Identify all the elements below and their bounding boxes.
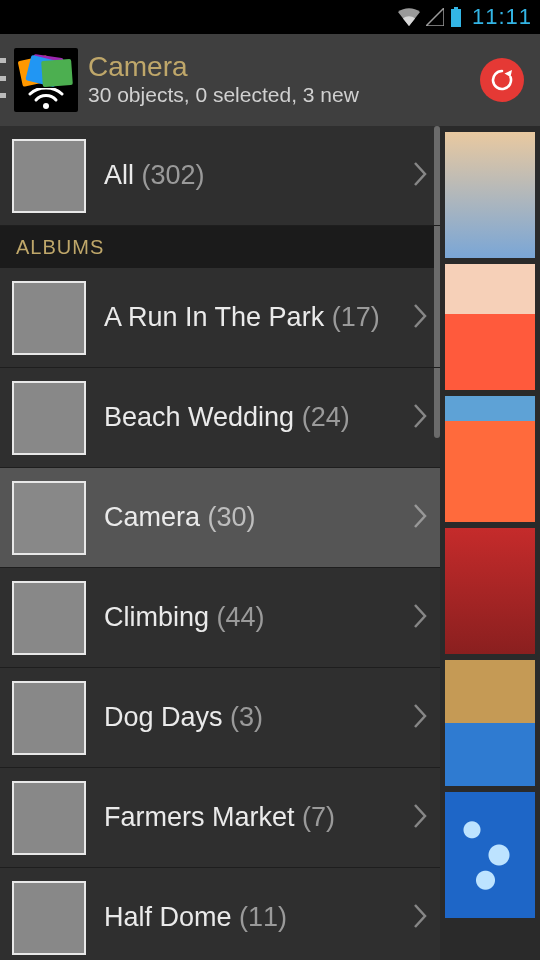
chevron-right-icon — [412, 802, 428, 834]
album-count: (3) — [230, 702, 263, 732]
list-item[interactable]: Camera (30) — [0, 468, 440, 568]
album-name: A Run In The Park — [104, 302, 324, 332]
svg-rect-1 — [451, 9, 461, 27]
album-label: Half Dome (11) — [104, 902, 412, 933]
album-label: Camera (30) — [104, 502, 412, 533]
album-name: Half Dome — [104, 902, 232, 932]
chevron-right-icon — [412, 402, 428, 434]
album-count: (44) — [217, 602, 265, 632]
cell-signal-icon — [426, 8, 444, 26]
album-label: Beach Wedding (24) — [104, 402, 412, 433]
photo-thumbnail[interactable] — [445, 396, 535, 522]
chevron-right-icon — [412, 902, 428, 934]
album-name: Dog Days — [104, 702, 223, 732]
album-thumbnail — [12, 681, 86, 755]
album-count: (17) — [332, 302, 380, 332]
app-icon[interactable] — [14, 48, 78, 112]
list-item[interactable]: Climbing (44) — [0, 568, 440, 668]
album-label: Climbing (44) — [104, 602, 412, 633]
album-thumbnail — [12, 881, 86, 955]
status-bar: 11:11 — [0, 0, 540, 34]
album-label: Farmers Market (7) — [104, 802, 412, 833]
chevron-right-icon — [412, 602, 428, 634]
list-item-all[interactable]: All (302) — [0, 126, 440, 226]
photo-thumbnail[interactable] — [445, 792, 535, 918]
list-item[interactable]: A Run In The Park (17) — [0, 268, 440, 368]
album-list: All (302) ALBUMS A Run In The Park (17)B… — [0, 126, 440, 960]
action-bar: Camera 30 objects, 0 selected, 3 new — [0, 34, 540, 126]
svg-point-2 — [43, 103, 49, 109]
album-thumbnail — [12, 281, 86, 355]
album-thumbnail — [12, 481, 86, 555]
wifi-icon — [398, 8, 420, 26]
album-label: A Run In The Park (17) — [104, 302, 412, 333]
chevron-right-icon — [412, 160, 428, 192]
album-label: All (302) — [104, 160, 412, 191]
refresh-icon — [488, 66, 516, 94]
album-name: All — [104, 160, 134, 190]
photo-thumbnail[interactable] — [445, 528, 535, 654]
sync-button[interactable] — [480, 58, 524, 102]
drawer-indicator-icon[interactable] — [0, 58, 6, 98]
section-header-albums: ALBUMS — [0, 226, 440, 268]
photo-strip[interactable] — [440, 126, 540, 960]
album-count: (302) — [142, 160, 205, 190]
photo-thumbnail[interactable] — [445, 132, 535, 258]
chevron-right-icon — [412, 302, 428, 334]
album-label: Dog Days (3) — [104, 702, 412, 733]
chevron-right-icon — [412, 702, 428, 734]
photo-thumbnail[interactable] — [445, 264, 535, 390]
chevron-right-icon — [412, 502, 428, 534]
album-thumbnail — [12, 781, 86, 855]
battery-icon — [450, 7, 462, 27]
album-thumbnail — [12, 581, 86, 655]
list-item[interactable]: Half Dome (11) — [0, 868, 440, 960]
page-subtitle: 30 objects, 0 selected, 3 new — [88, 82, 480, 108]
album-count: (7) — [302, 802, 335, 832]
album-count: (11) — [239, 902, 287, 932]
page-title: Camera — [88, 52, 480, 82]
album-name: Climbing — [104, 602, 209, 632]
list-item[interactable]: Farmers Market (7) — [0, 768, 440, 868]
album-thumbnail — [12, 381, 86, 455]
album-name: Camera — [104, 502, 200, 532]
photo-thumbnail[interactable] — [445, 660, 535, 786]
album-thumbnail — [12, 139, 86, 213]
svg-rect-0 — [454, 7, 458, 9]
list-item[interactable]: Dog Days (3) — [0, 668, 440, 768]
status-clock: 11:11 — [472, 4, 532, 30]
album-count: (30) — [208, 502, 256, 532]
list-item[interactable]: Beach Wedding (24) — [0, 368, 440, 468]
album-name: Farmers Market — [104, 802, 295, 832]
album-name: Beach Wedding — [104, 402, 294, 432]
album-count: (24) — [302, 402, 350, 432]
